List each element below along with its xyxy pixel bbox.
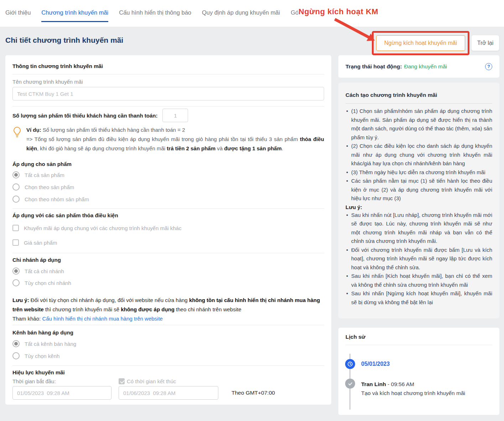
checkbox-icon	[12, 239, 19, 246]
status-card: Trạng thái hoạt động: Đang khuyến mãi ?	[338, 55, 499, 78]
history-action: Tạo và kích hoạt chương trình khuyến mãi	[361, 390, 465, 396]
timezone-label: Theo GMT+07:00	[232, 390, 275, 396]
guide-note-title: Lưu ý:	[345, 204, 492, 210]
status-value: Đang khuyến mãi	[404, 63, 447, 70]
guide-bullet-list: (1) Chọn sản phẩm/nhóm sản phẩm áp dụng …	[345, 107, 492, 203]
deactivate-promotion-button[interactable]: Ngừng kích hoạt khuyến mãi	[376, 35, 465, 51]
example-text: Ví dụ: Số lượng sản phẩm tối thiểu khách…	[26, 125, 324, 153]
product-scope-title: Áp dụng cho sản phẩm	[12, 161, 324, 167]
guide-note-bullet: Sau khi nhấn [Kích hoạt khuyến mãi], bạn…	[345, 272, 492, 289]
tab-quy-dinh-ap-dung[interactable]: Quy định áp dụng khuyến mãi	[202, 9, 280, 22]
guide-bullet: (3) Thêm ngày hiệu lực diễn ra chương tr…	[345, 168, 492, 177]
radio-all-products[interactable]: Tất cả sản phẩm	[12, 171, 324, 178]
history-card: Lịch sử 05/01/2023 Tran Linh - 09:56 AM …	[338, 328, 499, 415]
radio-icon	[12, 267, 20, 275]
guide-note-bullet: Sau khi nhấn nút [Lưu nháp], chương trìn…	[345, 211, 492, 246]
radio-icon	[12, 183, 20, 191]
radio-icon	[12, 352, 20, 359]
tab-cau-hinh-hien-thi[interactable]: Cấu hình hiển thị thông báo	[119, 9, 191, 22]
radio-select-by-product-group[interactable]: Chọn theo nhóm sản phẩm	[12, 196, 324, 203]
guide-bullet: (1) Chọn sản phẩm/nhóm sản phẩm áp dụng …	[345, 107, 492, 142]
tab-chuong-trinh-khuyen-mai[interactable]: Chương trình khuyến mãi	[41, 9, 108, 22]
conditions-title: Áp dụng với các sản phẩm thỏa điều kiện	[12, 212, 324, 218]
radio-icon	[12, 196, 20, 203]
radio-icon	[12, 279, 20, 286]
start-datetime-input[interactable]	[12, 386, 111, 400]
back-button[interactable]: Trở lại	[471, 35, 499, 51]
branch-title: Chi nhánh áp dụng	[12, 257, 324, 263]
promotion-name-label: Tên chương trình khuyến mãi	[12, 79, 324, 85]
checkbox-product-price[interactable]: Giá sản phẩm	[12, 239, 324, 246]
branch-note: Lưu ý: Đối với tùy chọn chi nhánh áp dụn…	[12, 296, 324, 323]
promotion-detail-card: Thông tin chương trình khuyến mãi Tên ch…	[5, 55, 331, 405]
annotation-label: Ngừng kích hoạt KM	[298, 7, 378, 16]
checkbox-icon	[119, 378, 125, 384]
radio-select-by-product[interactable]: Chọn theo sản phẩm	[12, 183, 324, 191]
guide-title: Cách tạo chương trình khuyến mãi	[345, 83, 492, 98]
tab-truncated[interactable]: Gó	[291, 9, 298, 22]
guide-card: Cách tạo chương trình khuyến mãi (1) Chọ…	[338, 83, 499, 318]
branch-config-link[interactable]: Cấu hình hiển thị chi nhánh mua hàng trê…	[42, 316, 163, 322]
clock-icon	[345, 359, 355, 369]
checkbox-combine-promotions[interactable]: Khuyến mãi áp dụng chung với các chương …	[12, 225, 324, 231]
promotion-name-input[interactable]	[12, 87, 324, 100]
help-icon[interactable]: ?	[485, 63, 492, 70]
start-time-label: Thời gian bắt đầu:	[12, 378, 119, 384]
history-title: Lịch sử	[345, 328, 492, 340]
guide-bullet: Các sản phẩm nằm tại mục (1) sẽ tiến hàn…	[345, 177, 492, 203]
history-user: Tran Linh - 09:56 AM	[361, 381, 414, 388]
history-date: 05/01/2023	[361, 361, 390, 367]
validity-title: Hiệu lực khuyến mãi	[12, 369, 324, 375]
tab-gioi-thieu[interactable]: Giới thiệu	[5, 9, 31, 22]
radio-custom-branches[interactable]: Tùy chọn chi nhánh	[12, 279, 324, 286]
guide-bullet: (2) Chọn các điều kiện lọc cho danh sách…	[345, 142, 492, 168]
guide-note-list: Sau khi nhấn nút [Lưu nháp], chương trìn…	[345, 211, 492, 307]
guide-note-bullet: Đối với chương trình khuyến mãi được bấm…	[345, 246, 492, 272]
radio-custom-channels[interactable]: Tùy chọn kênh	[12, 352, 324, 359]
tab-list: Giới thiệu Chương trình khuyến mãi Cấu h…	[0, 0, 504, 22]
tab-bar: Giới thiệu Chương trình khuyến mãi Cấu h…	[0, 0, 504, 27]
radio-all-channels[interactable]: Tất cả kênh bán hàng	[12, 340, 324, 347]
channel-title: Kênh bán hàng áp dụng	[12, 329, 324, 336]
section-title: Thông tin chương trình khuyến mãi	[12, 55, 324, 69]
checkbox-icon	[12, 225, 19, 231]
guide-note-bullet: Sau khi nhấn [Ngừng kích hoạt khuyến mãi…	[345, 289, 492, 307]
min-qty-input[interactable]	[162, 109, 188, 122]
radio-icon	[12, 340, 20, 347]
lightbulb-icon	[12, 126, 22, 138]
min-qty-label: Số lượng sản phẩm tối thiểu khách hàng c…	[12, 113, 157, 119]
page-title: Chi tiết chương trình khuyến mãi	[5, 36, 123, 45]
annotation-arrow-icon	[321, 16, 381, 45]
radio-icon	[12, 171, 20, 178]
radio-all-branches[interactable]: Tất cả chi nhánh	[12, 267, 324, 275]
end-datetime-input[interactable]	[119, 386, 218, 400]
check-icon	[345, 379, 355, 389]
status-label: Trạng thái hoạt động:	[345, 63, 402, 70]
end-time-checkbox[interactable]: Có thời gian kết thúc	[119, 378, 176, 384]
